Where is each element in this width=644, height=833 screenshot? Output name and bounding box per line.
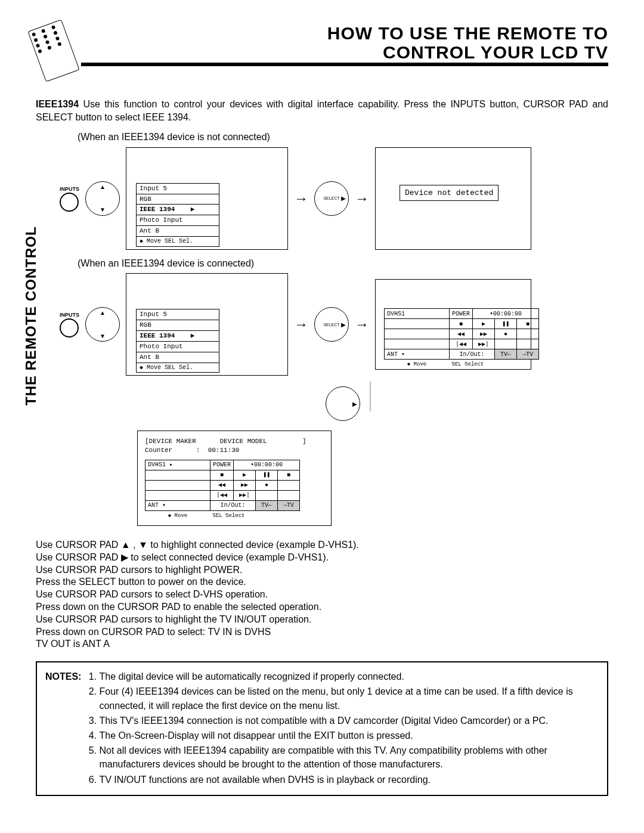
stop-icon: ■	[210, 470, 234, 481]
device-detail-screen: [DEVICE MAKER DEVICE MODEL ] Counter : 0…	[137, 431, 332, 526]
inputs-button-icon	[60, 318, 79, 337]
skipfwd-icon: ▶▶|	[473, 339, 495, 349]
menu-item: Ant B	[136, 225, 219, 237]
menu-item: Photo Input	[136, 341, 219, 352]
tv-out-option: →TV	[278, 501, 300, 511]
result-screen-empty: Device not detected	[375, 147, 531, 250]
notes-box: NOTES: The digital device will be automa…	[36, 661, 608, 796]
instruction-line: Use CURSOR PAD cursors to highlight the …	[36, 614, 608, 626]
note-item: This TV's IEEE1394 connection is not com…	[99, 714, 599, 727]
arrow-right-icon: →	[294, 315, 308, 334]
note-item: Four (4) IEEE1394 devices can be listed …	[99, 685, 599, 712]
inout-label: In/Out:	[450, 349, 495, 360]
counter-cell: •00:00:00	[473, 309, 539, 319]
menu-item-selected: IEEE 1394 ▶	[136, 204, 219, 215]
intro-paragraph: IEEE1394 Use this function to control yo…	[36, 98, 608, 123]
rewind-icon: ◀◀	[450, 329, 473, 339]
tv-out-option: →TV	[517, 349, 539, 360]
instruction-line: TV OUT is ANT A	[36, 638, 608, 651]
device-slot: DVHS1	[385, 309, 450, 319]
device-model-label: DEVICE MODEL	[219, 438, 267, 445]
intro-tag: IEEE1394	[36, 99, 79, 109]
note-item: TV IN/OUT functions are not available wh…	[99, 773, 599, 786]
note-item: Not all devices with IEEE1394 capability…	[99, 744, 599, 771]
play-icon: ▶	[234, 470, 256, 481]
inputs-label: INPUTS	[60, 311, 79, 318]
inout-label: In/Out:	[210, 501, 256, 511]
note-item: The On-Screen-Display will not disappear…	[99, 729, 599, 742]
record-icon: ●	[495, 329, 517, 339]
device-maker-label: [DEVICE MAKER	[145, 438, 196, 445]
dpad-select-icon: SELECT ▶	[314, 181, 349, 216]
instruction-line: Press down on CURSOR PAD to select: TV I…	[36, 626, 608, 639]
dpad-icon: ▲▼	[85, 181, 120, 216]
stop-icon: ■	[278, 470, 300, 481]
record-icon: ●	[256, 481, 278, 491]
tv-in-option: TV←	[495, 349, 517, 360]
inputs-label: INPUTS	[60, 185, 79, 193]
stop-icon: ■	[517, 319, 539, 329]
fastfwd-icon: ▶▶	[234, 481, 256, 491]
skipfwd-icon: ▶▶|	[234, 491, 256, 501]
footer-select: SEL Select	[210, 511, 300, 521]
power-cell: POWER	[450, 309, 473, 319]
fastfwd-icon: ▶▶	[473, 329, 495, 339]
play-icon: ▶	[473, 319, 495, 329]
menu-item: RGB	[136, 194, 219, 205]
state-not-connected-label: (When an IEEE1394 device is not connecte…	[78, 131, 608, 144]
notes-label: NOTES:	[45, 670, 81, 788]
ant-cell: ANT ▾	[145, 501, 210, 511]
device-slot: DVHS1 ▸	[145, 460, 210, 470]
dpad-icon: ▲▼	[85, 307, 120, 342]
input-menu-screen: Input 5 RGB IEEE 1394 ▶ Photo Input Ant …	[126, 147, 288, 250]
menu-footer: ◆ Move SEL Sel.	[136, 236, 219, 247]
instruction-line: Use CURSOR PAD ▲ , ▼ to highlight connec…	[36, 539, 608, 552]
device-not-detected-msg: Device not detected	[400, 185, 499, 202]
arrow-right-icon: →	[294, 189, 308, 208]
instruction-line: Use CURSOR PAD ▶ to select connected dev…	[36, 552, 608, 564]
device-control-table: DVHS1 ▸ POWER •00:00:00 ■ ▶ ❚❚ ■ ◀◀ ▶▶ ●…	[145, 460, 300, 521]
device-control-table: DVHS1 POWER •00:00:00 ■ ▶ ❚❚ ■ ◀◀ ▶▶ ●	[384, 308, 539, 369]
inputs-button-icon	[60, 193, 79, 212]
state-connected-label: (When an IEEE1394 device is connected)	[78, 257, 608, 270]
result-screen-controls: DVHS1 POWER •00:00:00 ■ ▶ ❚❚ ■ ◀◀ ▶▶ ●	[375, 279, 531, 370]
pause-icon: ❚❚	[256, 470, 278, 481]
title-line-1: HOW TO USE THE REMOTE TO	[327, 23, 608, 43]
diagram-connected: INPUTS ▲▼ Input 5 RGB IEEE 1394 ▶ Photo …	[60, 273, 608, 376]
side-tab-label: THE REMOTE CONTROL	[21, 226, 41, 405]
input-menu-screen: Input 5 RGB IEEE 1394 ▶ Photo Input Ant …	[126, 273, 288, 376]
menu-item: RGB	[136, 320, 219, 331]
counter-label: Counter	[145, 447, 172, 454]
counter-value: 00:11:30	[208, 447, 240, 454]
skipback-icon: |◀◀	[210, 491, 234, 501]
stop-icon: ■	[450, 319, 473, 329]
dpad-select-icon: SELECT ▶	[314, 307, 349, 342]
arrow-right-icon: →	[355, 189, 369, 208]
menu-item: Input 5	[136, 309, 219, 320]
menu-item: Input 5	[136, 183, 219, 194]
skipback-icon: |◀◀	[450, 339, 473, 349]
menu-item: Ant B	[136, 352, 219, 363]
note-item: The digital device will be automatically…	[99, 670, 599, 683]
intro-text: Use this function to control your device…	[36, 99, 608, 122]
flow-line	[370, 382, 371, 411]
dpad-right-icon: ▶	[326, 386, 360, 421]
remote-icon	[27, 19, 79, 82]
instruction-line: Press down on the CURSOR PAD to enable t…	[36, 601, 608, 614]
counter-cell: •00:00:00	[234, 460, 300, 470]
tv-in-option: TV←	[256, 501, 278, 511]
footer-select: SEL Select	[450, 360, 539, 370]
ant-cell: ANT ▾	[385, 349, 450, 360]
footer-move: ◆ Move	[145, 511, 210, 521]
bracket: ]	[302, 438, 306, 445]
rewind-icon: ◀◀	[210, 481, 234, 491]
footer-move: ◆ Move	[385, 360, 450, 370]
power-cell: POWER	[210, 460, 234, 470]
page-title: HOW TO USE THE REMOTE TO CONTROL YOUR LC…	[81, 24, 608, 66]
instructions-block: Use CURSOR PAD ▲ , ▼ to highlight connec…	[36, 539, 608, 651]
title-line-2: CONTROL YOUR LCD TV	[383, 42, 608, 62]
diagram-not-connected: INPUTS ▲▼ Input 5 RGB IEEE 1394 ▶ Photo …	[60, 147, 608, 250]
arrow-right-icon: →	[355, 315, 369, 334]
menu-item: Photo Input	[136, 215, 219, 226]
menu-footer: ◆ Move SEL Sel.	[136, 363, 219, 373]
